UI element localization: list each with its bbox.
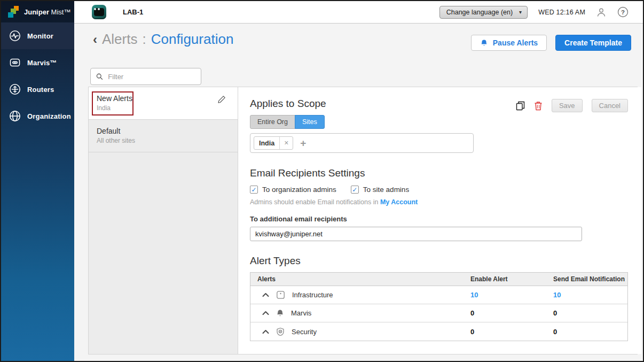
templates-panel: New Alerts India Default All other sites <box>88 87 638 355</box>
toggle-entire-org[interactable]: Entire Org <box>250 115 295 129</box>
send-email-count: 0 <box>546 328 627 336</box>
back-chevron-icon[interactable]: ‹ <box>93 33 97 46</box>
routers-icon <box>9 83 21 96</box>
account-icon[interactable] <box>596 7 607 18</box>
page-header: ‹ Alerts : Configuration Pause Alerts Cr… <box>74 24 643 65</box>
alert-types-table: Alerts Enable Alert Send Email Notificat… <box>250 272 628 341</box>
row-label: Infrastructure <box>292 291 333 299</box>
template-name: Default <box>97 127 229 135</box>
checkbox-label: To organization admins <box>262 186 336 194</box>
pause-alerts-button[interactable]: Pause Alerts <box>471 35 547 51</box>
col-send-email: Send Email Notification <box>546 273 627 286</box>
sidebar-item-routers[interactable]: Routers <box>1 76 74 103</box>
filter-box <box>90 68 201 85</box>
checkbox-checked-icon: ✓ <box>351 186 359 194</box>
collapse-chevron-icon[interactable] <box>262 329 269 334</box>
list-item-default[interactable]: Default All other sites <box>89 120 238 152</box>
sidebar-item-organization[interactable]: Organization <box>1 103 74 129</box>
cancel-button[interactable]: Cancel <box>592 99 628 112</box>
bell-icon <box>276 309 284 318</box>
app-window: Juniper Mist™ Monitor Marvis™ <box>0 0 644 362</box>
collapse-chevron-icon[interactable] <box>262 292 269 297</box>
sites-selector[interactable]: India × + <box>250 133 474 153</box>
filter-input[interactable] <box>108 73 195 81</box>
additional-recipients-input[interactable] <box>250 227 582 241</box>
bell-icon <box>480 39 488 47</box>
table-header: Alerts Enable Alert Send Email Notificat… <box>250 273 627 286</box>
brand-logo[interactable]: Juniper Mist™ <box>1 1 74 22</box>
template-list: New Alerts India Default All other sites <box>89 87 238 354</box>
clock: WED 12:16 AM <box>538 9 585 16</box>
caret-down-icon: ▾ <box>519 9 522 15</box>
site-chip-label: India <box>254 140 279 147</box>
topbar: LAB-1 Change language (en) ▾ WED 12:16 A… <box>74 1 643 24</box>
monitor-icon <box>9 29 21 42</box>
organization-icon <box>9 110 21 122</box>
template-scope: India <box>97 104 229 112</box>
sidebar-item-monitor[interactable]: Monitor <box>1 22 74 49</box>
sidebar-item-label: Routers <box>27 86 54 94</box>
breadcrumb: ‹ Alerts : Configuration <box>93 31 233 48</box>
col-enable-alert: Enable Alert <box>464 273 546 286</box>
list-item-new-alerts[interactable]: New Alerts India <box>89 87 238 120</box>
juniper-logo-icon <box>8 6 20 18</box>
email-settings-heading: Email Recipients Settings <box>250 167 628 179</box>
edit-pencil-icon[interactable] <box>217 95 226 106</box>
template-name: New Alerts <box>97 94 229 103</box>
table-row-marvis: Marvis 0 0 <box>250 304 627 322</box>
marvis-icon <box>9 56 21 69</box>
additional-recipients-label: To additional email recipients <box>250 215 628 223</box>
admins-note: Admins should enable Email notifications… <box>250 198 628 206</box>
create-template-button[interactable]: Create Template <box>555 35 631 51</box>
checkbox-checked-icon: ✓ <box>250 186 258 194</box>
checkbox-label: To site admins <box>363 186 409 194</box>
sidebar-item-label: Monitor <box>27 32 53 40</box>
header-actions: Pause Alerts Create Template <box>471 35 631 51</box>
site-chip-india: India × <box>254 136 293 150</box>
collapse-chevron-icon[interactable] <box>262 311 269 315</box>
topbar-right: Change language (en) ▾ WED 12:16 AM ? <box>439 6 643 19</box>
language-select[interactable]: Change language (en) ▾ <box>439 6 528 19</box>
template-scope: All other sites <box>97 137 229 144</box>
svg-text:?: ? <box>621 9 625 16</box>
my-account-link[interactable]: My Account <box>380 198 418 206</box>
brand-mist: Mist™ <box>51 8 71 16</box>
org-name[interactable]: LAB-1 <box>123 8 143 16</box>
table-row-infrastructure: Infrastructure 10 10 <box>250 286 627 304</box>
send-email-count[interactable]: 10 <box>546 291 627 299</box>
col-alerts: Alerts <box>250 273 464 286</box>
shield-check-icon <box>276 327 285 336</box>
alert-types-heading: Alert Types <box>250 255 628 267</box>
checkbox-site-admins[interactable]: ✓ To site admins <box>351 186 409 194</box>
row-label: Security <box>292 328 317 336</box>
language-select-label: Change language (en) <box>446 9 513 16</box>
brand-name: Juniper Mist™ <box>24 8 70 16</box>
save-button[interactable]: Save <box>552 99 583 112</box>
copy-icon[interactable] <box>516 101 525 111</box>
admin-checkboxes: ✓ To organization admins ✓ To site admin… <box>250 186 628 194</box>
breadcrumb-separator: : <box>142 31 146 48</box>
sidebar-item-label: Marvis™ <box>27 59 57 67</box>
sidebar: Juniper Mist™ Monitor Marvis™ <box>1 1 74 361</box>
enable-alert-count: 0 <box>464 309 546 317</box>
table-row-security: Security 0 0 <box>250 322 627 341</box>
delete-trash-icon[interactable] <box>534 101 543 111</box>
sidebar-item-label: Organization <box>27 112 71 120</box>
checkbox-org-admins[interactable]: ✓ To organization admins <box>250 186 336 194</box>
toggle-sites[interactable]: Sites <box>295 115 325 129</box>
marvis-app-icon[interactable] <box>92 5 106 19</box>
template-detail: Save Cancel Applies to Scope Entire Org … <box>238 87 641 354</box>
brand-juniper: Juniper <box>24 8 49 16</box>
pause-alerts-label: Pause Alerts <box>493 38 538 47</box>
add-site-icon[interactable]: + <box>300 138 306 148</box>
scope-toggle: Entire Org Sites <box>250 115 325 129</box>
detail-actions: Save Cancel <box>516 99 628 112</box>
row-label: Marvis <box>291 309 311 317</box>
enable-alert-count: 0 <box>464 328 546 336</box>
sidebar-item-marvis[interactable]: Marvis™ <box>1 49 74 76</box>
remove-site-icon[interactable]: × <box>279 137 293 149</box>
breadcrumb-alerts[interactable]: Alerts <box>102 31 137 48</box>
access-point-icon <box>276 290 285 299</box>
enable-alert-count[interactable]: 10 <box>464 291 546 299</box>
help-icon[interactable]: ? <box>617 6 629 18</box>
